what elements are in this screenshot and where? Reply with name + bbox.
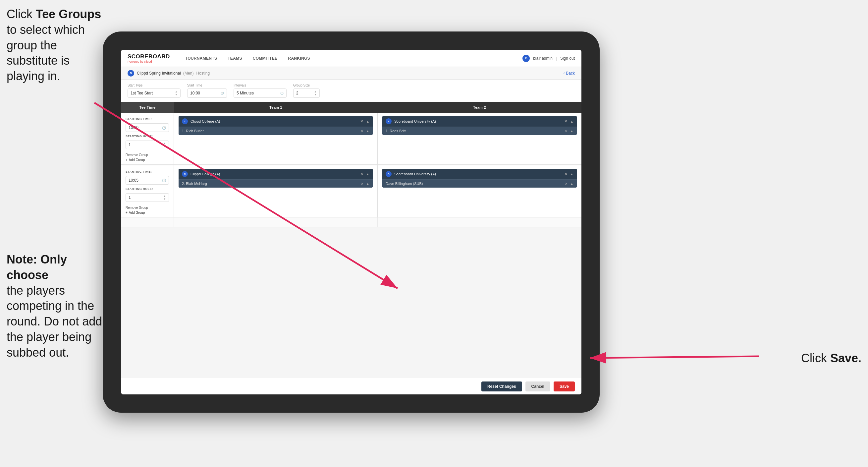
- team-avatar-1-2: S: [385, 118, 392, 124]
- player-remove-2-1-0[interactable]: ✕: [361, 182, 364, 185]
- tee-group-row-3: [121, 217, 582, 227]
- starting-hole-input-2[interactable]: 1 ▲▼: [126, 193, 169, 202]
- team-card-header-1-1: C Clippd College (A) ✕ ▲: [179, 116, 373, 126]
- team-card-1-2: S Scoreboard University (A) ✕ ▲ 1. Rees …: [382, 116, 577, 135]
- starting-time-input-2[interactable]: 10:05 🕐: [126, 176, 169, 185]
- team1-col-2: C Clippd College (A) ✕ ▲ 2. Blair McHarg: [174, 166, 378, 217]
- start-time-input[interactable]: 10:00 🕐: [187, 88, 227, 98]
- team-remove-2-1[interactable]: ✕: [360, 172, 364, 176]
- sign-out-link[interactable]: Sign out: [560, 56, 575, 61]
- add-group-btn-2[interactable]: + Add Group: [126, 211, 169, 214]
- svg-line-3: [590, 356, 759, 358]
- player-remove-1-1-0[interactable]: ✕: [361, 129, 364, 133]
- team-avatar-1-1: C: [182, 118, 188, 124]
- team-controls-2-1: ✕ ▲: [360, 172, 369, 176]
- breadcrumb-back[interactable]: ‹ Back: [563, 71, 575, 76]
- team-avatar-2-1: C: [182, 171, 188, 177]
- player-row-1-1-0: 1. Rich Butler ✕ ▲: [179, 126, 373, 135]
- starting-time-label-2: STARTING TIME:: [126, 170, 169, 173]
- player-name-1-2-0: 1. Rees Britt: [385, 129, 565, 133]
- starting-hole-input-1[interactable]: 1 ▲▼: [126, 141, 169, 149]
- team-remove-1-1[interactable]: ✕: [360, 119, 364, 124]
- team1-col-3: [174, 217, 378, 227]
- starting-time-input-1[interactable]: 10:00 🕐: [126, 123, 169, 132]
- navbar: SCOREBOARD Powered by clippd TOURNAMENTS…: [121, 50, 582, 67]
- tee-group-row-2: STARTING TIME: 10:05 🕐 STARTING HOLE: 1 …: [121, 166, 582, 217]
- admin-name: blair admin: [533, 56, 553, 61]
- start-time-group: Start Time 10:00 🕐: [187, 84, 227, 98]
- add-icon-1: +: [126, 158, 128, 162]
- team-remove-2-2[interactable]: ✕: [564, 172, 567, 176]
- tee-group-row: STARTING TIME: 10:00 🕐 STARTING HOLE: 1 …: [121, 113, 582, 165]
- start-type-input[interactable]: 1st Tee Start ▲▼: [128, 88, 181, 98]
- team-card-2-1: C Clippd College (A) ✕ ▲ 2. Blair McHarg: [179, 169, 373, 187]
- tee-time-col-2: STARTING TIME: 10:05 🕐 STARTING HOLE: 1 …: [121, 166, 174, 217]
- player-remove-1-2-0[interactable]: ✕: [565, 129, 567, 133]
- team-chevron-2-1: ▲: [366, 172, 369, 176]
- table-header: Tee Time Team 1 Team 2: [121, 102, 582, 113]
- nav-rankings[interactable]: RANKINGS: [283, 50, 315, 67]
- logo-text: SCOREBOARD: [128, 53, 170, 60]
- tee-time-col-3: [121, 217, 174, 227]
- nav-links: TOURNAMENTS TEAMS COMMITTEE RANKINGS: [180, 50, 523, 67]
- logo-sub: Powered by clippd: [128, 60, 170, 63]
- click-save-label: Click Save.: [801, 351, 861, 365]
- breadcrumb-tournament: Clippd Spring Invitational (Men): [137, 71, 193, 76]
- starting-time-label-1: STARTING TIME:: [126, 117, 169, 121]
- team-remove-1-2[interactable]: ✕: [564, 119, 567, 124]
- intervals-label: Intervals: [234, 84, 286, 87]
- remove-group-btn-2[interactable]: Remove Group: [126, 206, 169, 209]
- starting-hole-label-2: STARTING HOLE:: [126, 187, 169, 191]
- player-name-2-1-0: 2. Blair McHarg: [182, 182, 361, 185]
- team2-col-3: [378, 217, 582, 227]
- admin-avatar: B: [523, 55, 530, 62]
- intervals-group: Intervals 5 Minutes 🕐: [234, 84, 286, 98]
- instruction-text-1: Click Tee Groups to select which group t…: [7, 7, 101, 83]
- cancel-button[interactable]: Cancel: [525, 381, 550, 391]
- start-time-label: Start Time: [187, 84, 227, 87]
- note-text: Note: Only choosethe playerscompeting in…: [7, 252, 103, 360]
- save-button[interactable]: Save: [554, 381, 575, 391]
- tee-actions-1: Remove Group + Add Group: [126, 153, 169, 162]
- content-area: Start Type 1st Tee Start ▲▼ Start Time 1…: [121, 80, 582, 395]
- player-controls-2-2-0: ✕ ▲: [565, 182, 574, 185]
- player-chevron-2-2-0: ▲: [570, 182, 574, 185]
- tablet-device: SCOREBOARD Powered by clippd TOURNAMENTS…: [103, 31, 600, 413]
- tablet-screen: SCOREBOARD Powered by clippd TOURNAMENTS…: [121, 50, 582, 395]
- group-size-input[interactable]: 2 ▲▼: [293, 88, 320, 98]
- team-controls-2-2: ✕ ▲: [564, 172, 574, 176]
- breadcrumb-avatar: B: [128, 70, 134, 77]
- start-type-label: Start Type: [128, 84, 181, 87]
- player-row-2-1-0: 2. Blair McHarg ✕ ▲: [179, 179, 373, 187]
- nav-pipe: |: [556, 56, 557, 61]
- th-tee-time: Tee Time: [121, 102, 174, 113]
- team-name-1-2: Scoreboard University (A): [394, 119, 562, 123]
- intervals-input[interactable]: 5 Minutes 🕐: [234, 88, 286, 98]
- nav-teams[interactable]: TEAMS: [222, 50, 247, 67]
- team-name-2-1: Clippd College (A): [190, 172, 358, 176]
- player-controls-1-2-0: ✕ ▲: [565, 129, 574, 133]
- player-controls-2-1-0: ✕ ▲: [361, 182, 369, 185]
- team-card-header-2-1: C Clippd College (A) ✕ ▲: [179, 169, 373, 179]
- player-name-1-1-0: 1. Rich Butler: [182, 129, 361, 133]
- team-card-2-2: S Scoreboard University (A) ✕ ▲ Dave Bil…: [382, 169, 577, 187]
- nav-right: B blair admin | Sign out: [523, 55, 575, 62]
- team-chevron-1-2: ▲: [570, 120, 574, 123]
- team-chevron-2-2: ▲: [570, 172, 574, 176]
- player-chevron-2-1-0: ▲: [366, 182, 369, 185]
- nav-committee[interactable]: COMMITTEE: [247, 50, 283, 67]
- reset-changes-button[interactable]: Reset Changes: [482, 381, 522, 391]
- logo-area: SCOREBOARD Powered by clippd: [128, 53, 170, 63]
- team-card-1-1: C Clippd College (A) ✕ ▲ 1. Rich Butler: [179, 116, 373, 135]
- starting-hole-label-1: STARTING HOLE:: [126, 135, 169, 138]
- team-controls-1-2: ✕ ▲: [564, 119, 574, 124]
- add-group-btn-1[interactable]: + Add Group: [126, 158, 169, 162]
- nav-tournaments[interactable]: TOURNAMENTS: [180, 50, 222, 67]
- tee-time-col-1: STARTING TIME: 10:00 🕐 STARTING HOLE: 1 …: [121, 113, 174, 165]
- start-type-stepper: ▲▼: [175, 90, 178, 96]
- groups-area: STARTING TIME: 10:00 🕐 STARTING HOLE: 1 …: [121, 113, 582, 378]
- team1-col-1: C Clippd College (A) ✕ ▲ 1. Rich Butler: [174, 113, 378, 165]
- player-remove-2-2-0[interactable]: ✕: [565, 182, 567, 185]
- remove-group-btn-1[interactable]: Remove Group: [126, 153, 169, 157]
- team-card-header-2-2: S Scoreboard University (A) ✕ ▲: [382, 169, 577, 179]
